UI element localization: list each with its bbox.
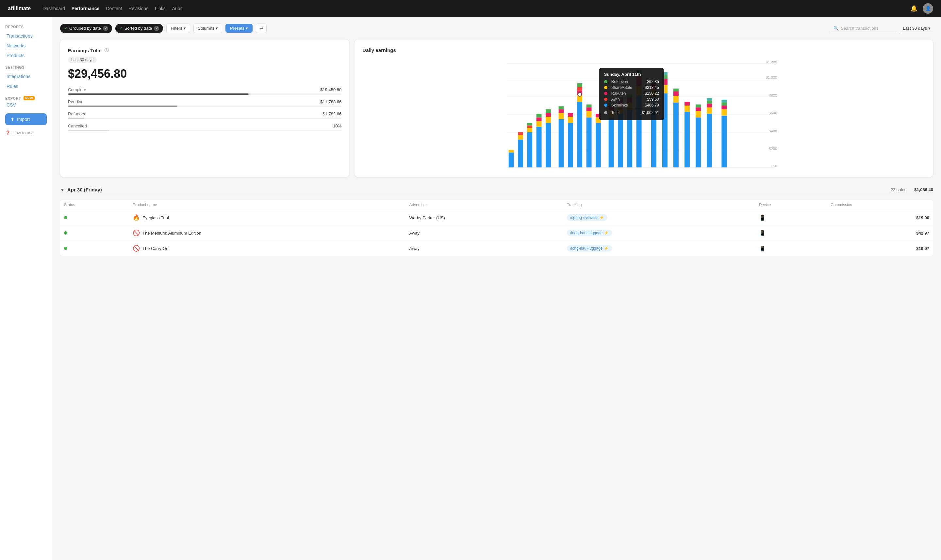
svg-rect-88 (696, 108, 701, 111)
sidebar-item-csv[interactable]: CSV (5, 100, 47, 109)
row-status (60, 210, 129, 225)
table-row: 🚫 The Medium: Aluminum Edition Away /lon… (60, 225, 933, 241)
svg-rect-56 (618, 107, 623, 114)
mobile-icon: 📱 (759, 215, 766, 220)
product-name-text-3: The Carry-On (143, 246, 168, 251)
bolt-icon-2: ⚡ (604, 231, 609, 235)
svg-rect-51 (609, 117, 614, 167)
svg-rect-63 (627, 94, 633, 97)
remove-sorted-icon[interactable]: ✕ (154, 26, 159, 31)
product-icon-cancel-2: 🚫 (133, 245, 140, 252)
svg-rect-58 (618, 100, 623, 103)
adjust-icon: ⇌ (260, 26, 263, 31)
upload-icon: ⬆ (11, 117, 14, 122)
svg-rect-35 (568, 123, 573, 167)
pending-amount: $11,788.66 (320, 99, 341, 104)
nav-links[interactable]: Links (155, 5, 166, 12)
nav-revisions[interactable]: Revisions (128, 5, 148, 12)
svg-rect-27 (546, 123, 551, 167)
row-commission-2: $42.97 (827, 225, 933, 241)
svg-rect-64 (637, 95, 642, 167)
row-status (60, 225, 129, 241)
columns-button[interactable]: Columns ▾ (194, 23, 222, 33)
svg-rect-70 (651, 97, 657, 167)
svg-rect-97 (722, 106, 727, 109)
tracking-badge-3[interactable]: /long-haul-luggage ⚡ (567, 245, 612, 252)
chevron-down-icon: ▾ (184, 26, 186, 31)
nav-content[interactable]: Content (106, 5, 122, 12)
svg-rect-24 (537, 121, 542, 127)
filters-label: Filters (171, 26, 182, 31)
svg-rect-46 (586, 108, 592, 111)
col-product: Product name (129, 200, 405, 210)
tracking-badge-2[interactable]: /long-haul-luggage ⚡ (567, 230, 612, 236)
date-group-toggle[interactable]: ▼ (60, 187, 65, 192)
nav-audit[interactable]: Audit (172, 5, 183, 12)
chart-title: Daily earnings (362, 48, 925, 53)
chevron-down-icon-3: ▾ (246, 26, 248, 31)
nav-performance[interactable]: Performance (72, 5, 100, 12)
svg-rect-90 (707, 114, 712, 167)
complete-amount: $19,450.80 (320, 87, 341, 92)
chart-card: Daily earnings $0 $200 $400 $600 $800 $1… (355, 40, 933, 177)
sorted-by-date-label: Sorted by date (125, 26, 152, 31)
svg-rect-65 (637, 86, 642, 95)
user-avatar[interactable]: 👤 (923, 3, 933, 14)
svg-rect-36 (568, 117, 573, 123)
refunded-row: Refunded -$1,782.66 (68, 111, 341, 119)
row-status (60, 241, 129, 256)
nav-dashboard[interactable]: Dashboard (43, 5, 65, 12)
sidebar-item-networks[interactable]: Networks (5, 41, 47, 50)
svg-rect-52 (609, 111, 614, 117)
sidebar-item-rules[interactable]: Rules (5, 82, 47, 91)
search-icon: 🔍 (833, 26, 839, 31)
help-link[interactable]: ❓ How to use (5, 130, 47, 135)
cards-row: Earnings Total ⓘ Last 30 days $29,456.80… (60, 40, 933, 177)
row-product: 🔥 Eyeglass Trial (129, 210, 405, 225)
presets-button[interactable]: Presets ▾ (226, 24, 252, 33)
svg-rect-45 (586, 111, 592, 117)
sidebar-item-transactions[interactable]: Transactions (5, 31, 47, 40)
presets-label: Presets (230, 26, 244, 31)
svg-rect-15 (509, 150, 514, 152)
svg-rect-87 (696, 111, 701, 117)
earnings-card-title: Earnings Total ⓘ (68, 48, 341, 53)
grouped-by-date-chip[interactable]: ✓ Grouped by date ✕ (60, 24, 112, 33)
main-content: ✓ Grouped by date ✕ ✓ Sorted by date ✕ F… (52, 17, 941, 560)
svg-rect-42 (577, 83, 583, 87)
svg-rect-62 (627, 97, 633, 103)
sidebar-reports-label: REPORTS (5, 25, 47, 29)
svg-rect-49 (596, 117, 601, 123)
row-device: 📱 (755, 210, 827, 225)
svg-rect-84 (684, 106, 690, 112)
svg-point-43 (578, 92, 581, 96)
checkmark-icon: ✓ (64, 26, 67, 31)
mobile-icon-2: 📱 (759, 230, 766, 236)
notifications-bell-icon[interactable]: 🔔 (910, 5, 918, 12)
sorted-by-date-chip[interactable]: ✓ Sorted by date ✕ (115, 24, 163, 33)
row-tracking: /long-haul-luggage ⚡ (563, 225, 755, 241)
sidebar: REPORTS Transactions Networks Products S… (0, 17, 52, 560)
nav-right: 🔔 👤 (910, 3, 933, 14)
svg-rect-18 (518, 132, 523, 135)
info-icon[interactable]: ⓘ (104, 48, 109, 53)
bolt-icon: ⚡ (599, 215, 604, 220)
svg-rect-94 (707, 98, 712, 101)
product-name-text-2: The Medium: Aluminum Edition (143, 231, 201, 235)
filters-button[interactable]: Filters ▾ (166, 23, 190, 33)
date-group-total: $1,086.40 (914, 187, 933, 192)
svg-rect-16 (518, 140, 523, 167)
remove-grouped-icon[interactable]: ✕ (103, 26, 108, 31)
date-range-button[interactable]: Last 30 days ▾ (900, 25, 933, 32)
sidebar-item-integrations[interactable]: Integrations (5, 72, 47, 81)
search-placeholder: Search transactions (841, 26, 878, 31)
date-group-name: Apr 30 (Friday) (67, 187, 102, 192)
status-dot-green-2 (64, 231, 67, 235)
sidebar-item-products[interactable]: Products (5, 51, 47, 60)
adjust-button[interactable]: ⇌ (256, 23, 267, 33)
refunded-label: Refunded (68, 111, 86, 116)
tracking-badge[interactable]: /spring-eyewear ⚡ (567, 214, 607, 221)
cancelled-amount: 10% (333, 123, 341, 128)
svg-rect-68 (637, 73, 642, 76)
import-button[interactable]: ⬆ Import (5, 113, 47, 125)
